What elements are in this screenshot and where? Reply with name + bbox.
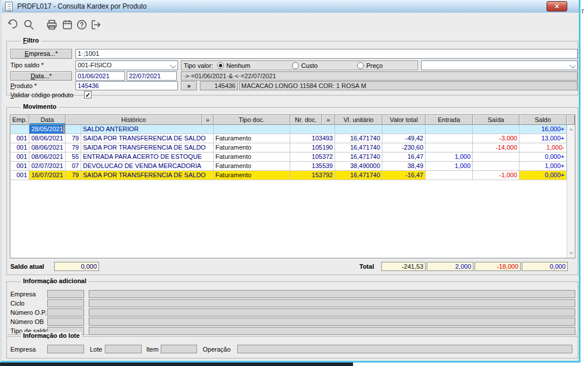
cell-emp[interactable]: 001 xyxy=(10,162,29,171)
cell-emp[interactable]: 001 xyxy=(10,143,29,152)
cell-hist-code[interactable] xyxy=(66,125,81,134)
col-header-nr-doc[interactable]: Nr. doc. xyxy=(290,115,322,125)
cell-entrada[interactable] xyxy=(426,171,473,180)
cell-entrada[interactable] xyxy=(426,143,473,152)
cell-tipo-doc[interactable]: Faturamento xyxy=(214,152,290,162)
radio-preco[interactable] xyxy=(357,62,364,69)
cell-saida[interactable]: -1,000 xyxy=(473,171,519,180)
close-button[interactable]: ✕ xyxy=(547,1,567,12)
tipo-valor-extra-select[interactable] xyxy=(421,60,578,70)
empresa-input[interactable]: 1·;1001 xyxy=(75,49,578,59)
radio-preco-label[interactable]: Preço xyxy=(366,62,383,69)
cell-tipo-doc[interactable]: Faturamento xyxy=(214,171,290,180)
cell-data[interactable]: 08/06/2021 xyxy=(29,134,66,143)
cell-valor-total[interactable] xyxy=(382,125,426,134)
cell-saida[interactable] xyxy=(473,125,519,134)
empresa-button[interactable]: Empresa...* xyxy=(10,49,72,59)
vertical-scrollbar[interactable] xyxy=(567,125,575,258)
grid-row[interactable]: 00108/06/202179SAIDA POR TRANSFERENCIA D… xyxy=(10,134,567,143)
cell-tipo-doc[interactable] xyxy=(214,125,290,134)
cell-valor-total[interactable]: -49,42 xyxy=(382,134,426,143)
cell-data[interactable]: 02/07/2021 xyxy=(29,162,66,171)
help-icon[interactable] xyxy=(75,18,88,31)
data-button[interactable]: Data...* xyxy=(10,71,72,81)
cell-hist-code[interactable]: 79 xyxy=(66,143,81,152)
grid-row[interactable]: 28/05/2021SALDO ANTERIOR16,000+ xyxy=(10,125,567,134)
cell-saida[interactable]: -3,000 xyxy=(473,134,519,143)
col-header-data[interactable]: Data xyxy=(29,115,66,125)
cell-tipo-doc[interactable]: Faturamento xyxy=(214,143,290,152)
cell-nr-doc[interactable]: 153792 xyxy=(290,171,335,180)
cell-emp[interactable]: 001 xyxy=(10,171,29,180)
scroll-down-icon[interactable] xyxy=(569,252,574,255)
cell-saldo[interactable]: 1,000- xyxy=(519,143,567,152)
cell-data[interactable]: 16/07/2021 xyxy=(29,171,66,180)
cell-hist-code[interactable]: 79 xyxy=(66,171,81,180)
cell-hist-code[interactable]: 55 xyxy=(66,152,81,162)
col-header-saida[interactable]: Saída xyxy=(473,115,519,125)
print-icon[interactable] xyxy=(45,18,58,31)
cell-emp[interactable]: 001 xyxy=(10,152,29,162)
cell-saldo[interactable]: 0,000+ xyxy=(519,171,567,180)
cell-hist[interactable]: SAIDA POR TRANSFERENCIA DE SALDO xyxy=(81,171,214,180)
grid-row[interactable]: 00102/07/202107DEVOLUCAO DE VENDA MERCAD… xyxy=(10,162,567,171)
title-bar[interactable]: PRDFL017 - Consulta Kardex por Produto ✕ xyxy=(2,0,579,13)
radio-nenhum[interactable] xyxy=(217,62,224,69)
cell-entrada[interactable]: 1,000 xyxy=(426,152,473,162)
cell-emp[interactable]: 001 xyxy=(10,134,29,143)
cell-saida[interactable]: -14,000 xyxy=(473,143,519,152)
date-to-input[interactable]: 22/07/2021 xyxy=(127,71,177,81)
cell-hist[interactable]: ENTRADA PARA ACERTO DE ESTOQUE xyxy=(81,152,214,162)
cell-saldo[interactable]: 0,000+ xyxy=(519,152,567,162)
radio-custo-label[interactable]: Custo xyxy=(301,62,318,69)
cell-valor-total[interactable]: 16,47 xyxy=(382,152,426,162)
validar-checkbox[interactable]: ✓ xyxy=(84,91,92,98)
col-header-emp[interactable]: Emp. xyxy=(10,115,29,125)
cell-tipo-doc[interactable]: Faturamento xyxy=(214,162,290,171)
radio-nenhum-label[interactable]: Nenhum xyxy=(226,62,251,69)
cell-data[interactable]: 28/05/2021 xyxy=(29,125,66,134)
undo-icon[interactable] xyxy=(6,18,19,31)
cell-data[interactable]: 08/06/2021 xyxy=(29,143,66,152)
col-header-historico[interactable]: Histórico xyxy=(66,115,202,125)
grid-row[interactable]: 00108/06/202155ENTRADA PARA ACERTO DE ES… xyxy=(10,152,567,162)
col-header-tipo-doc[interactable]: Tipo doc. xyxy=(214,115,290,125)
cell-emp[interactable] xyxy=(10,125,29,134)
cell-valor-total[interactable]: -16,47 xyxy=(382,171,426,180)
col-header-expand-2[interactable]: » xyxy=(322,115,335,125)
cell-saldo[interactable]: 13,000+ xyxy=(519,134,567,143)
cell-vl-unit[interactable] xyxy=(335,125,382,134)
grid-row[interactable]: 00108/06/202179SAIDA POR TRANSFERENCIA D… xyxy=(10,143,567,152)
grid-row[interactable]: 00116/07/202179SAIDA POR TRANSFERENCIA D… xyxy=(10,171,567,180)
cell-hist[interactable]: SAIDA POR TRANSFERENCIA DE SALDO xyxy=(81,143,214,152)
cell-nr-doc[interactable] xyxy=(290,125,335,134)
cell-hist[interactable]: SALDO ANTERIOR xyxy=(81,125,214,134)
cell-saida[interactable] xyxy=(473,152,519,162)
col-header-saldo[interactable]: Saldo xyxy=(519,115,567,125)
cell-saida[interactable] xyxy=(473,162,519,171)
cell-vl-unit[interactable]: 16,471740 xyxy=(335,171,382,180)
cell-valor-total[interactable]: -230,60 xyxy=(382,143,426,152)
search-icon[interactable] xyxy=(22,18,35,31)
cell-vl-unit[interactable]: 16,471740 xyxy=(335,143,382,152)
produto-input[interactable]: 145436 xyxy=(75,81,178,90)
date-from-input[interactable]: 01/06/2021 xyxy=(75,71,125,81)
cell-nr-doc[interactable]: 105190 xyxy=(290,143,335,152)
cell-hist-code[interactable]: 79 xyxy=(66,134,81,143)
col-header-vl-unitario[interactable]: Vl. unitário xyxy=(335,115,382,125)
cell-entrada[interactable]: 1,000 xyxy=(426,162,473,171)
cell-vl-unit[interactable]: 16,471740 xyxy=(335,134,382,143)
cell-vl-unit[interactable]: 38,490000 xyxy=(335,162,382,171)
cell-entrada[interactable] xyxy=(426,134,473,143)
cell-hist[interactable]: SAIDA POR TRANSFERENCIA DE SALDO xyxy=(81,134,214,143)
col-header-valor-total[interactable]: Valor total xyxy=(382,115,426,125)
cell-valor-total[interactable]: 38,49 xyxy=(382,162,426,171)
cell-nr-doc[interactable]: 103493 xyxy=(290,134,335,143)
calendar-icon[interactable] xyxy=(61,18,74,31)
cell-saldo[interactable]: 1,000+ xyxy=(519,162,567,171)
col-header-expand[interactable]: » xyxy=(202,115,214,125)
exit-icon[interactable] xyxy=(89,18,102,31)
cell-vl-unit[interactable]: 16,471740 xyxy=(335,152,382,162)
radio-custo[interactable] xyxy=(292,62,299,69)
cell-nr-doc[interactable]: 135539 xyxy=(290,162,335,171)
